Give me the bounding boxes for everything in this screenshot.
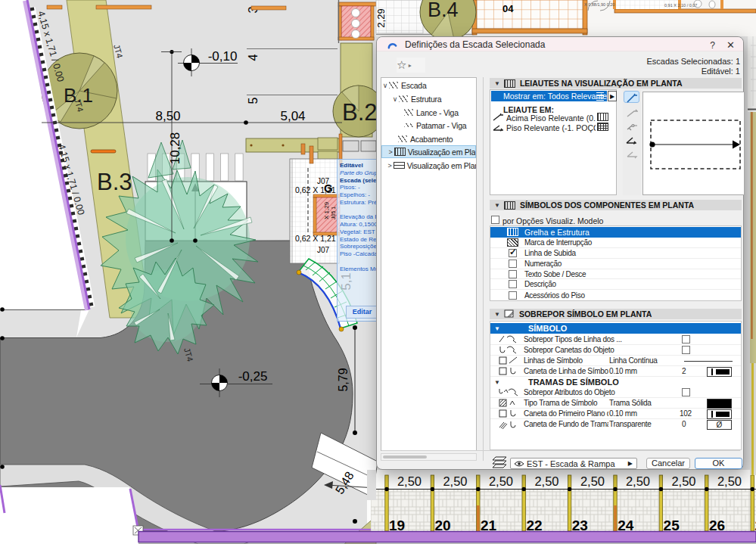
svg-text:2,50: 2,50 (580, 474, 605, 488)
svg-text:B.2: B.2 (342, 99, 378, 126)
svg-text:2,50: 2,50 (671, 474, 695, 488)
svg-text:J05 1: J05 1 (331, 207, 336, 219)
svg-text:2,50: 2,50 (534, 474, 558, 488)
svg-text:5,79: 5,79 (337, 368, 350, 391)
svg-text:G: G (324, 182, 333, 194)
svg-text:X 1,29: X 1,29 (323, 201, 330, 219)
svg-text:2,50: 2,50 (443, 474, 467, 488)
svg-text:2,50: 2,50 (717, 474, 742, 488)
svg-text:0,91 X 2,10 / 0,07: 0,91 X 2,10 / 0,07 (664, 3, 697, 8)
svg-text:10,28: 10,28 (168, 132, 182, 165)
svg-text:2,50: 2,50 (626, 474, 650, 488)
svg-text:-0,10: -0,10 (208, 49, 238, 64)
svg-text:-0,25: -0,25 (238, 369, 268, 384)
svg-text:8,50: 8,50 (155, 109, 180, 123)
svg-text:04: 04 (502, 3, 514, 14)
svg-text:B.4: B.4 (428, 0, 459, 21)
svg-text:2,50: 2,50 (489, 474, 513, 488)
svg-text:2,50: 2,50 (397, 474, 422, 488)
svg-text:X 0,88/1,90 0,20: X 0,88/1,90 0,20 (584, 2, 614, 7)
svg-text:4: 4 (247, 54, 260, 61)
svg-text:5,04: 5,04 (280, 109, 305, 123)
svg-text:2,29: 2,29 (375, 8, 387, 27)
svg-text:5: 5 (247, 97, 260, 104)
svg-text:B.3: B.3 (97, 169, 132, 195)
svg-text:0,62 X 1,21: 0,62 X 1,21 (295, 234, 336, 243)
svg-text:J07: J07 (317, 246, 330, 254)
